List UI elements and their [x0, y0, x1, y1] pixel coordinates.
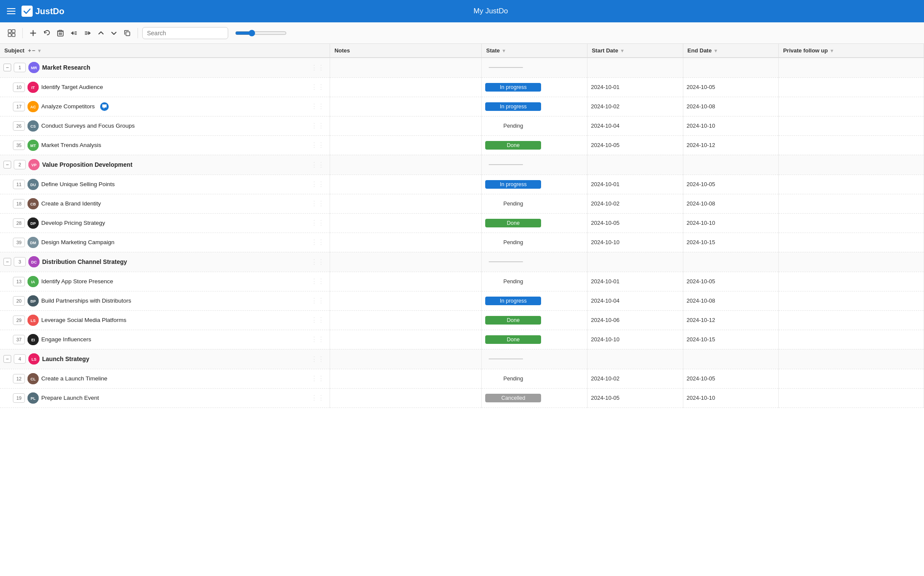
subject-cell[interactable]: −4 LS Launch Strategy⋮⋮ [0, 349, 330, 369]
start-date-cell: 2024-10-01 [587, 272, 683, 291]
state-cell[interactable] [482, 155, 587, 175]
subject-cell[interactable]: 11 DU Define Unique Selling Points⋮⋮ [0, 175, 330, 194]
start-date-value [587, 349, 683, 369]
subject-cell[interactable]: 29 LS Leverage Social Media Platforms⋮⋮ [0, 310, 330, 330]
indent-right-button[interactable] [82, 28, 94, 39]
subject-cell[interactable]: −1 MR Market Research⋮⋮ [0, 58, 330, 77]
drag-handle[interactable]: ⋮⋮ [309, 161, 326, 169]
drag-handle[interactable]: ⋮⋮ [309, 122, 326, 130]
move-up-button[interactable] [95, 28, 107, 38]
state-cell[interactable]: Done [482, 330, 587, 349]
table-row: 28 DP Develop Pricing Strategy⋮⋮Done2024… [0, 213, 924, 233]
subject-cell[interactable]: 13 IA Identify App Store Presence⋮⋮ [0, 272, 330, 291]
drag-handle[interactable]: ⋮⋮ [309, 355, 326, 363]
subject-cell[interactable]: −3 DC Distribution Channel Strategy⋮⋮ [0, 252, 330, 272]
task-name: Launch Strategy [42, 355, 89, 362]
drag-handle[interactable]: ⋮⋮ [309, 180, 326, 188]
copy-button[interactable] [121, 28, 133, 39]
drag-handle[interactable]: ⋮⋮ [309, 297, 326, 305]
drag-handle[interactable]: ⋮⋮ [309, 316, 326, 324]
status-badge: Done [485, 141, 541, 150]
indent-left-button[interactable] [68, 28, 80, 39]
delete-button[interactable] [55, 28, 66, 39]
drag-handle[interactable]: ⋮⋮ [309, 238, 326, 246]
collapse-button[interactable]: − [3, 161, 11, 169]
state-line [489, 67, 523, 68]
state-cell[interactable]: In progress [482, 97, 587, 116]
subject-filter-icon[interactable]: ▼ [37, 48, 42, 53]
subject-cell[interactable]: 39 DM Design Marketing Campaign⋮⋮ [0, 233, 330, 252]
drag-handle[interactable]: ⋮⋮ [309, 374, 326, 383]
state-cell[interactable]: Done [482, 135, 587, 155]
notes-cell [330, 388, 482, 407]
drag-handle[interactable]: ⋮⋮ [309, 219, 326, 227]
drag-handle[interactable]: ⋮⋮ [309, 258, 326, 266]
drag-handle[interactable]: ⋮⋮ [309, 83, 326, 91]
grid-view-button[interactable] [5, 27, 18, 39]
subject-cell[interactable]: −2 VP Value Proposition Development⋮⋮ [0, 155, 330, 175]
state-filter-icon[interactable]: ▼ [502, 48, 506, 53]
private-follow-up-cell [779, 310, 924, 330]
collapse-button[interactable]: − [3, 64, 11, 71]
start-date-cell: 2024-10-04 [587, 116, 683, 135]
subject-cell[interactable]: 10 IT Identify Target Audience⋮⋮ [0, 77, 330, 97]
end-date-cell [683, 349, 779, 369]
task-name: Identify Target Audience [41, 84, 103, 90]
subject-cell[interactable]: 12 CL Create a Launch Timeline⋮⋮ [0, 369, 330, 388]
state-cell[interactable]: In progress [482, 77, 587, 97]
drag-handle[interactable]: ⋮⋮ [309, 141, 326, 149]
start-date-cell: 2024-10-05 [587, 213, 683, 233]
drag-handle[interactable]: ⋮⋮ [309, 199, 326, 208]
subject-cell[interactable]: 35 MT Market Trends Analysis⋮⋮ [0, 135, 330, 155]
drag-handle[interactable]: ⋮⋮ [309, 64, 326, 72]
state-cell[interactable] [482, 58, 587, 77]
expand-all-icon[interactable]: + [28, 47, 31, 54]
end-date-filter-icon[interactable]: ▼ [713, 48, 718, 53]
subject-cell[interactable]: 26 CS Conduct Surveys and Focus Groups⋮⋮ [0, 116, 330, 135]
state-cell[interactable]: Pending [482, 369, 587, 388]
follow-up-filter-icon[interactable]: ▼ [829, 48, 834, 53]
state-cell[interactable] [482, 252, 587, 272]
state-cell[interactable]: Pending [482, 272, 587, 291]
state-cell[interactable]: Pending [482, 116, 587, 135]
drag-handle[interactable]: ⋮⋮ [309, 394, 326, 402]
collapse-all-icon[interactable]: − [32, 47, 36, 54]
subject-cell[interactable]: 28 DP Develop Pricing Strategy⋮⋮ [0, 213, 330, 233]
page-title: My JustDo [64, 7, 917, 15]
state-cell[interactable]: Pending [482, 233, 587, 252]
task-name: Define Unique Selling Points [41, 181, 115, 187]
subject-expand-icons[interactable]: + − [28, 47, 35, 54]
task-table: Subject + − ▼ Notes State [0, 44, 924, 408]
state-cell[interactable]: In progress [482, 291, 587, 310]
search-input[interactable] [142, 27, 228, 39]
drag-handle[interactable]: ⋮⋮ [309, 102, 326, 110]
subject-cell[interactable]: 37 EI Engage Influencers⋮⋮ [0, 330, 330, 349]
undo-button[interactable] [41, 28, 53, 39]
status-badge: Pending [485, 238, 541, 247]
comment-icon[interactable] [100, 102, 109, 111]
notes-cell [330, 175, 482, 194]
state-cell[interactable]: In progress [482, 175, 587, 194]
drag-handle[interactable]: ⋮⋮ [309, 277, 326, 285]
subject-cell[interactable]: 18 CB Create a Brand Identity⋮⋮ [0, 194, 330, 213]
state-cell[interactable]: Done [482, 213, 587, 233]
svg-text:BP: BP [31, 299, 36, 303]
subject-cell[interactable]: 19 PL Prepare Launch Event⋮⋮ [0, 388, 330, 407]
private-follow-up-cell [779, 388, 924, 407]
hamburger-menu[interactable] [7, 8, 15, 14]
zoom-slider[interactable] [235, 30, 287, 37]
add-task-button[interactable] [27, 28, 39, 39]
subject-cell[interactable]: 17 AC Analyze Competitors⋮⋮ [0, 97, 330, 116]
drag-handle[interactable]: ⋮⋮ [309, 335, 326, 343]
subject-cell[interactable]: 20 BP Build Partnerships with Distributo… [0, 291, 330, 310]
start-date-filter-icon[interactable]: ▼ [620, 48, 624, 53]
state-cell[interactable]: Pending [482, 194, 587, 213]
end-date-value: 2024-10-12 [683, 136, 779, 155]
collapse-button[interactable]: − [3, 355, 11, 363]
state-cell[interactable] [482, 349, 587, 369]
state-cell[interactable]: Done [482, 310, 587, 330]
state-cell[interactable]: Cancelled [482, 388, 587, 407]
collapse-button[interactable]: − [3, 258, 11, 266]
task-name: Value Proposition Development [42, 161, 132, 168]
move-down-button[interactable] [108, 28, 119, 38]
